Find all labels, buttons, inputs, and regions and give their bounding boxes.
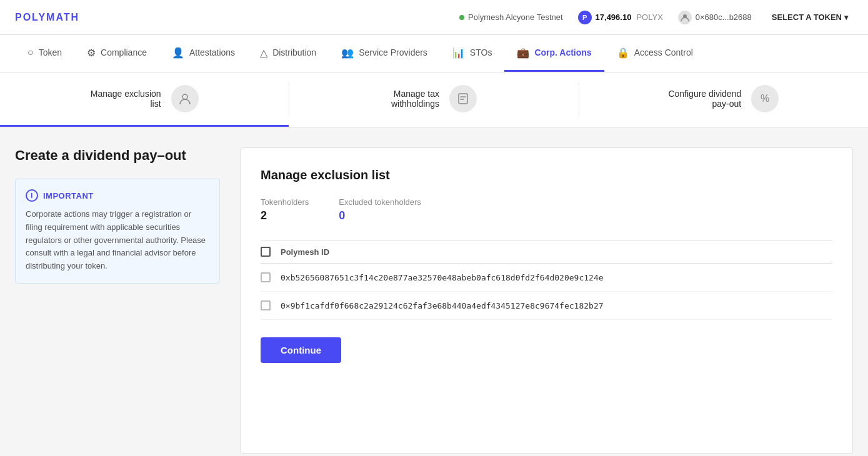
header: POLYMATH Polymesh Alcyone Testnet P 17,4… — [0, 0, 868, 35]
tab-compliance[interactable]: ⚙ Compliance — [74, 35, 159, 72]
network-status: Polymesh Alcyone Testnet — [459, 12, 563, 22]
excluded-stat: Excluded tokenholders 0 — [339, 197, 421, 222]
info-icon: i — [26, 189, 38, 202]
tab-access-control[interactable]: 🔒 Access Control — [604, 35, 706, 72]
continue-button[interactable]: Continue — [261, 337, 341, 363]
important-text: Corporate actions may trigger a registra… — [26, 208, 209, 273]
tab-stos[interactable]: 📊 STOs — [440, 35, 505, 72]
row-2-checkbox[interactable] — [261, 300, 271, 310]
token-icon: ○ — [27, 47, 34, 58]
select-token-label: SELECT A TOKEN — [772, 12, 842, 22]
sub-tab-configure-dividend[interactable]: Configure dividendpay-out % — [579, 72, 868, 127]
polyx-balance: P 17,496.10 POLYX — [578, 11, 663, 24]
stos-icon: 📊 — [452, 47, 465, 59]
manage-exclusion-icon — [171, 85, 199, 112]
sub-tab-manage-tax[interactable]: Manage taxwithholdings — [289, 72, 578, 127]
main-content: Create a dividend pay–out i IMPORTANT Co… — [0, 127, 868, 456]
distribution-icon: △ — [260, 47, 267, 59]
polyx-amount: 17,496.10 — [596, 12, 632, 22]
account-address: 0×680c...b2688 — [696, 12, 752, 22]
info-box: i IMPORTANT Corporate actions may trigge… — [15, 179, 220, 284]
tab-token-label: Token — [39, 47, 62, 57]
tokenholders-value: 2 — [261, 209, 309, 222]
tab-service-providers-label: Service Providers — [359, 47, 427, 57]
row-1-id: 0xb52656087651c3f14c20e877ae32570e48abeb… — [281, 273, 604, 282]
page-title: Create a dividend pay–out — [15, 147, 220, 164]
network-dot — [459, 15, 464, 20]
svg-text:%: % — [761, 93, 769, 104]
tokenholders-stat: Tokenholders 2 — [261, 197, 309, 222]
tab-attestations[interactable]: 👤 Attestations — [159, 35, 247, 72]
chevron-down-icon: ▾ — [844, 13, 848, 22]
access-control-icon: 🔒 — [617, 47, 629, 59]
tab-token[interactable]: ○ Token — [15, 35, 74, 72]
tab-stos-label: STOs — [470, 47, 492, 57]
attestations-icon: 👤 — [172, 47, 184, 59]
right-panel-title: Manage exclusion list — [261, 168, 832, 182]
service-providers-icon: 👥 — [341, 47, 354, 59]
select-all-checkbox[interactable] — [261, 247, 271, 257]
table-header: Polymesh ID — [261, 240, 832, 264]
polyx-icon: P — [578, 11, 592, 24]
tab-access-control-label: Access Control — [634, 47, 693, 57]
tokenholders-label: Tokenholders — [261, 197, 309, 207]
important-label: IMPORTANT — [43, 191, 94, 201]
account-icon — [678, 11, 692, 24]
sub-tab-manage-tax-text: Manage taxwithholdings — [391, 89, 439, 109]
left-panel: Create a dividend pay–out i IMPORTANT Co… — [15, 147, 240, 454]
manage-tax-icon — [449, 85, 477, 112]
sub-tab-configure-dividend-text: Configure dividendpay-out — [668, 89, 741, 109]
tab-distribution-label: Distribution — [272, 47, 316, 57]
excluded-value: 0 — [339, 209, 421, 222]
stats-row: Tokenholders 2 Excluded tokenholders 0 — [261, 197, 832, 222]
network-name: Polymesh Alcyone Testnet — [468, 12, 563, 22]
svg-point-1 — [182, 94, 187, 99]
sub-tab-manage-exclusion-text: Manage exclusionlist — [91, 89, 161, 109]
info-box-header: i IMPORTANT — [26, 189, 209, 202]
logo-text: POLYMATH — [15, 12, 79, 22]
right-panel: Manage exclusion list Tokenholders 2 Exc… — [240, 147, 853, 454]
row-1-checkbox[interactable] — [261, 272, 271, 282]
configure-dividend-icon: % — [751, 85, 779, 112]
polyx-label: POLYX — [636, 12, 662, 22]
logo: POLYMATH — [15, 12, 79, 23]
corp-actions-icon: 💼 — [517, 47, 529, 59]
tab-corp-actions-label: Corp. Actions — [534, 47, 591, 57]
tab-service-providers[interactable]: 👥 Service Providers — [329, 35, 440, 72]
tab-attestations-label: Attestations — [189, 47, 235, 57]
excluded-label: Excluded tokenholders — [339, 197, 421, 207]
sub-tab-manage-exclusion[interactable]: Manage exclusionlist — [0, 72, 289, 127]
table-row: 0×9bf1cafdf0f668c2a29124c62faf3e68b440a4… — [261, 292, 832, 320]
select-token-button[interactable]: SELECT A TOKEN ▾ — [767, 10, 853, 24]
sub-tabs: Manage exclusionlist Manage taxwithholdi… — [0, 72, 868, 127]
compliance-icon: ⚙ — [87, 47, 96, 59]
row-2-id: 0×9bf1cafdf0f668c2a29124c62faf3e68b440a4… — [281, 301, 604, 310]
nav-tabs: ○ Token ⚙ Compliance 👤 Attestations △ Di… — [0, 35, 868, 72]
account-info: 0×680c...b2688 — [678, 11, 752, 24]
tab-distribution[interactable]: △ Distribution — [247, 35, 329, 72]
tab-corp-actions[interactable]: 💼 Corp. Actions — [504, 35, 604, 72]
polymesh-id-column-header: Polymesh ID — [281, 247, 329, 257]
table-row: 0xb52656087651c3f14c20e877ae32570e48abeb… — [261, 264, 832, 292]
tab-compliance-label: Compliance — [101, 47, 147, 57]
svg-rect-2 — [459, 94, 467, 104]
